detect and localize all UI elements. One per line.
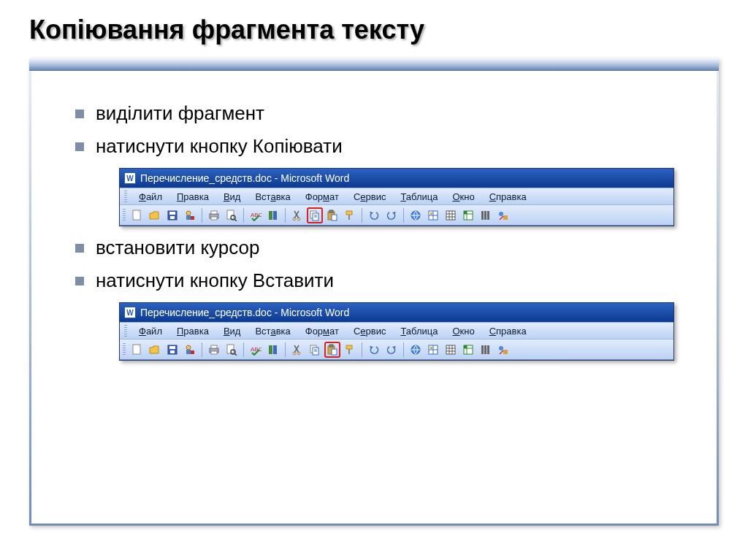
separator — [202, 342, 202, 357]
undo-button[interactable] — [366, 207, 382, 223]
menu-insert[interactable]: Вставка — [248, 324, 297, 338]
redo-button[interactable] — [383, 342, 400, 358]
svg-rect-52 — [191, 350, 194, 354]
menu-format[interactable]: Формат — [298, 190, 346, 204]
format-painter-button[interactable] — [342, 342, 358, 358]
separator — [285, 342, 286, 357]
drawing-button[interactable] — [495, 207, 511, 223]
svg-rect-87 — [481, 345, 484, 354]
print-button[interactable] — [206, 342, 222, 358]
word-window-copy: W Перечисление_средств.doc - Microsoft W… — [119, 168, 674, 226]
menu-window[interactable]: Окно — [445, 324, 481, 338]
menu-help[interactable]: Справка — [482, 190, 534, 204]
word-app-icon: W — [124, 172, 136, 184]
new-doc-button[interactable] — [129, 342, 145, 358]
svg-rect-14 — [269, 211, 272, 220]
insert-table-button[interactable] — [443, 207, 459, 223]
redo-button[interactable] — [383, 207, 400, 223]
menu-tools[interactable]: Сервис — [346, 324, 394, 338]
word-window-paste: W Перечисление_средств.doc - Microsoft W… — [119, 302, 674, 361]
tables-borders-button[interactable] — [425, 207, 441, 223]
svg-rect-6 — [191, 216, 194, 220]
svg-rect-2 — [169, 212, 175, 215]
menu-insert[interactable]: Вставка — [248, 190, 297, 204]
cut-button[interactable] — [289, 207, 305, 223]
svg-rect-3 — [170, 216, 175, 219]
columns-button[interactable] — [478, 342, 494, 358]
separator — [362, 342, 362, 357]
cut-button[interactable] — [289, 342, 305, 358]
bullet-text: встановити курсор — [96, 237, 259, 259]
svg-text:ABC: ABC — [251, 212, 262, 218]
save-button[interactable] — [164, 342, 180, 358]
paste-button[interactable] — [324, 207, 340, 223]
columns-button[interactable] — [478, 207, 494, 223]
print-button[interactable] — [206, 207, 222, 223]
svg-rect-91 — [503, 350, 508, 354]
svg-rect-26 — [348, 215, 350, 220]
new-doc-button[interactable] — [129, 207, 145, 223]
insert-table-button[interactable] — [443, 342, 459, 358]
menu-tools[interactable]: Сервис — [346, 190, 394, 204]
svg-rect-40 — [464, 211, 467, 214]
svg-rect-86 — [464, 345, 467, 348]
menu-format[interactable]: Формат — [298, 324, 346, 338]
svg-point-90 — [499, 346, 503, 350]
word-title-text: Перечисление_средств.doc - Microsoft Wor… — [140, 172, 349, 184]
insert-worksheet-button[interactable] — [460, 207, 476, 223]
menu-edit[interactable]: Правка — [169, 324, 216, 338]
svg-rect-23 — [329, 210, 333, 212]
copy-button[interactable] — [307, 207, 323, 223]
spellcheck-button[interactable]: ABC — [248, 207, 264, 223]
svg-rect-48 — [169, 346, 175, 349]
svg-rect-42 — [484, 211, 486, 220]
grip-icon[interactable] — [124, 325, 127, 337]
separator — [362, 208, 362, 223]
menu-table[interactable]: Таблица — [393, 324, 445, 338]
permissions-button[interactable] — [182, 342, 198, 358]
paste-button[interactable] — [324, 342, 340, 358]
bullet-text: натиснути кнопку Копіювати — [96, 135, 343, 158]
word-title-text: Перечисление_средств.doc - Microsoft Wor… — [140, 307, 349, 318]
undo-button[interactable] — [366, 342, 382, 358]
menu-window[interactable]: Окно — [445, 190, 481, 204]
hyperlink-button[interactable] — [408, 342, 424, 358]
drawing-button[interactable] — [495, 342, 511, 358]
spellcheck-button[interactable]: ABC — [248, 342, 264, 358]
menu-help[interactable]: Справка — [482, 324, 534, 338]
svg-rect-5 — [186, 215, 191, 220]
svg-rect-15 — [273, 211, 277, 220]
open-button[interactable] — [147, 342, 163, 358]
grip-icon[interactable] — [124, 191, 127, 202]
insert-worksheet-button[interactable] — [460, 342, 476, 358]
save-button[interactable] — [164, 207, 180, 223]
word-app-icon: W — [124, 307, 136, 318]
menu-file[interactable]: Файл — [131, 190, 169, 204]
grip-icon[interactable] — [123, 209, 126, 222]
bullet-text: виділити фрагмент — [96, 102, 264, 125]
svg-rect-60 — [269, 345, 272, 354]
menu-edit[interactable]: Правка — [169, 190, 216, 204]
separator — [403, 208, 404, 223]
copy-button[interactable] — [307, 342, 323, 358]
permissions-button[interactable] — [182, 207, 198, 223]
tables-borders-button[interactable] — [425, 342, 441, 358]
grip-icon[interactable] — [123, 343, 126, 356]
menu-view[interactable]: Вид — [216, 324, 248, 338]
hyperlink-button[interactable] — [408, 207, 424, 223]
menu-table[interactable]: Таблица — [393, 190, 445, 204]
svg-rect-72 — [348, 349, 350, 354]
bullet-square-icon — [75, 142, 84, 151]
research-button[interactable] — [265, 342, 281, 358]
print-preview-button[interactable] — [224, 207, 240, 223]
open-button[interactable] — [147, 207, 163, 223]
slide-title: Копіювання фрагмента тексту — [29, 15, 719, 45]
format-painter-button[interactable] — [342, 207, 358, 223]
research-button[interactable] — [265, 207, 281, 223]
bullet-4: натиснути кнопку Вставити — [75, 269, 673, 292]
menu-file[interactable]: Файл — [131, 324, 169, 338]
print-preview-button[interactable] — [224, 342, 240, 358]
menu-view[interactable]: Вид — [216, 190, 248, 204]
bullet-3: встановити курсор — [75, 237, 673, 259]
content-frame: виділити фрагмент натиснути кнопку Копію… — [29, 58, 719, 526]
